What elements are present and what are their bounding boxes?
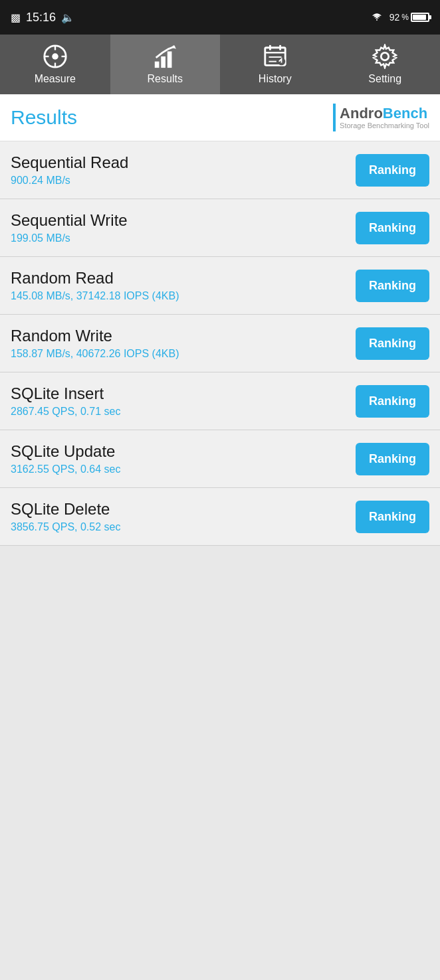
result-info-sequential-write: Sequential Write 199.05 MB/s xyxy=(11,211,128,244)
svg-rect-9 xyxy=(167,51,172,68)
brand-tagline: Storage Benchmarking Tool xyxy=(340,122,429,129)
setting-icon xyxy=(372,44,397,69)
wifi-icon xyxy=(370,12,384,23)
tab-measure[interactable]: Measure xyxy=(0,35,110,94)
result-name-sqlite-insert: SQLite Insert xyxy=(11,384,120,403)
status-right: 92% xyxy=(370,12,429,23)
battery-percent: 92 xyxy=(389,12,400,23)
nav-tabs: Measure Results History Se xyxy=(0,35,440,94)
results-list: Sequential Read 900.24 MB/s Ranking Sequ… xyxy=(0,141,440,546)
result-row-sqlite-delete: SQLite Delete 3856.75 QPS, 0.52 sec Rank… xyxy=(0,488,440,546)
page-title: Results xyxy=(11,106,77,129)
result-info-sqlite-update: SQLite Update 3162.55 QPS, 0.64 sec xyxy=(11,442,120,475)
ranking-button-sequential-write[interactable]: Ranking xyxy=(356,212,429,244)
result-value-sequential-read: 900.24 MB/s xyxy=(11,175,128,187)
result-name-random-read: Random Read xyxy=(11,269,179,287)
status-left: ▩ 15:16 🔈 xyxy=(11,11,74,25)
result-row-sqlite-update: SQLite Update 3162.55 QPS, 0.64 sec Rank… xyxy=(0,430,440,488)
logo-pipe xyxy=(333,104,336,131)
battery-body xyxy=(411,13,429,22)
sim-icon: ▩ xyxy=(11,11,21,24)
results-header: Results AndroBench Storage Benchmarking … xyxy=(0,94,440,141)
result-info-sqlite-insert: SQLite Insert 2867.45 QPS, 0.71 sec xyxy=(11,384,120,418)
brand-name: AndroBench xyxy=(340,106,429,122)
result-name-sqlite-update: SQLite Update xyxy=(11,442,120,461)
result-row-sequential-read: Sequential Read 900.24 MB/s Ranking xyxy=(0,141,440,199)
history-icon xyxy=(263,44,288,69)
ranking-button-sqlite-delete[interactable]: Ranking xyxy=(356,501,429,533)
tab-results-label: Results xyxy=(148,73,183,85)
measure-icon xyxy=(43,44,68,69)
result-info-random-read: Random Read 145.08 MB/s, 37142.18 IOPS (… xyxy=(11,269,179,302)
result-row-sequential-write: Sequential Write 199.05 MB/s Ranking xyxy=(0,199,440,257)
result-row-random-read: Random Read 145.08 MB/s, 37142.18 IOPS (… xyxy=(0,257,440,315)
tab-setting-label: Setting xyxy=(368,73,401,85)
brand-logo: AndroBench Storage Benchmarking Tool xyxy=(333,104,429,131)
battery-indicator: 92% xyxy=(389,12,429,23)
result-info-sqlite-delete: SQLite Delete 3856.75 QPS, 0.52 sec xyxy=(11,500,120,533)
tab-setting[interactable]: Setting xyxy=(330,35,441,94)
bottom-area xyxy=(0,546,440,745)
svg-point-2 xyxy=(52,53,58,60)
svg-point-18 xyxy=(382,52,389,60)
logo-text: AndroBench Storage Benchmarking Tool xyxy=(340,106,429,129)
ranking-button-sequential-read[interactable]: Ranking xyxy=(356,154,429,187)
result-name-random-write: Random Write xyxy=(11,327,179,345)
result-value-sqlite-delete: 3856.75 QPS, 0.52 sec xyxy=(11,521,120,533)
results-icon xyxy=(152,44,177,69)
ranking-button-random-write[interactable]: Ranking xyxy=(356,327,429,360)
result-row-sqlite-insert: SQLite Insert 2867.45 QPS, 0.71 sec Rank… xyxy=(0,372,440,430)
volume-icon: 🔈 xyxy=(61,11,74,24)
result-row-random-write: Random Write 158.87 MB/s, 40672.26 IOPS … xyxy=(0,315,440,372)
result-name-sequential-write: Sequential Write xyxy=(11,211,128,230)
tab-measure-label: Measure xyxy=(35,73,76,85)
svg-point-0 xyxy=(376,19,378,21)
ranking-button-sqlite-insert[interactable]: Ranking xyxy=(356,385,429,418)
result-value-random-read: 145.08 MB/s, 37142.18 IOPS (4KB) xyxy=(11,290,179,302)
status-bar: ▩ 15:16 🔈 92% xyxy=(0,0,440,35)
ranking-button-random-read[interactable]: Ranking xyxy=(356,270,429,302)
tab-results[interactable]: Results xyxy=(110,35,221,94)
result-name-sequential-read: Sequential Read xyxy=(11,153,128,172)
result-info-random-write: Random Write 158.87 MB/s, 40672.26 IOPS … xyxy=(11,327,179,360)
result-name-sqlite-delete: SQLite Delete xyxy=(11,500,120,519)
result-info-sequential-read: Sequential Read 900.24 MB/s xyxy=(11,153,128,187)
result-value-sequential-write: 199.05 MB/s xyxy=(11,232,128,244)
battery-fill xyxy=(413,15,426,20)
ranking-button-sqlite-update[interactable]: Ranking xyxy=(356,443,429,475)
result-value-sqlite-insert: 2867.45 QPS, 0.71 sec xyxy=(11,406,120,418)
time-display: 15:16 xyxy=(26,11,56,25)
result-value-random-write: 158.87 MB/s, 40672.26 IOPS (4KB) xyxy=(11,348,179,360)
svg-rect-8 xyxy=(162,56,166,68)
tab-history[interactable]: History xyxy=(220,35,330,94)
svg-rect-7 xyxy=(155,62,160,68)
result-value-sqlite-update: 3162.55 QPS, 0.64 sec xyxy=(11,463,120,475)
tab-history-label: History xyxy=(259,73,292,85)
